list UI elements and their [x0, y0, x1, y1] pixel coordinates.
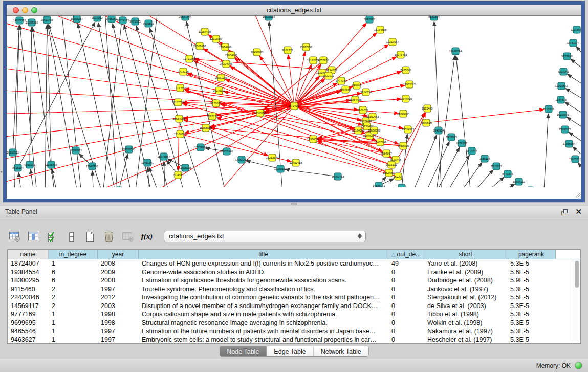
table-row[interactable]: 946362711997Embryonic stem cells: a mode… — [8, 336, 573, 344]
table-cell[interactable]: 18724007 — [8, 259, 49, 268]
table-cell[interactable]: 49 — [388, 259, 424, 268]
table-cell[interactable]: de Silva et al. (2003) — [424, 302, 507, 311]
table-cell[interactable]: 0 — [388, 285, 424, 294]
table-cell[interactable]: 0 — [388, 336, 424, 344]
table-cell[interactable]: 5.3E-5 — [507, 302, 556, 311]
table-cell[interactable]: Stergiakouli et al. (2012) — [424, 293, 507, 302]
table-row[interactable]: 969969511998Structural magnetic resonanc… — [8, 319, 573, 327]
table-cell[interactable]: Wolkin et al. (1998) — [424, 319, 507, 327]
network-window-titlebar[interactable]: citations_edges.txt — [7, 5, 581, 16]
panel-collapse-arrow-icon[interactable]: ◂ — [0, 169, 2, 174]
table-cell[interactable]: Investigating the contribution of common… — [139, 293, 388, 302]
table-cell[interactable]: 1 — [49, 336, 98, 344]
table-cell[interactable]: 1 — [49, 310, 98, 319]
citation-network-graph[interactable]: 1403557321205316206914061065328715270029… — [7, 16, 581, 187]
select-all-button[interactable] — [46, 230, 58, 243]
table-cell[interactable]: 1 — [49, 319, 98, 327]
table-cell[interactable]: 6 — [49, 276, 98, 285]
tab-node-table[interactable]: Node Table — [220, 346, 267, 356]
table-cell[interactable]: 5.3E-5 — [507, 336, 556, 344]
table-cell[interactable]: Structural magnetic resonance image aver… — [139, 319, 388, 327]
table-cell[interactable]: 5.9E-5 — [507, 276, 556, 285]
delete-columns-button[interactable] — [103, 230, 115, 243]
table-cell[interactable]: Estimation of significance thresholds fo… — [139, 276, 388, 285]
table-panel-titlebar[interactable]: Table Panel ✕ — [0, 206, 588, 218]
show-columns-button[interactable] — [27, 230, 39, 243]
function-builder-button[interactable]: f(x) — [141, 230, 153, 243]
table-cell[interactable]: Tibbo et al. (1998) — [424, 310, 507, 319]
table-row[interactable]: 946554611997Estimation of the future num… — [8, 327, 573, 336]
window-minimize-button[interactable] — [22, 7, 28, 13]
table-cell[interactable]: 1 — [49, 327, 98, 336]
delete-table-button[interactable] — [122, 230, 134, 243]
table-cell[interactable]: 0 — [388, 293, 424, 302]
tab-network-table[interactable]: Network Table — [314, 346, 368, 356]
table-cell[interactable]: 9777169 — [8, 310, 49, 319]
table-cell[interactable]: 2008 — [98, 276, 139, 285]
table-cell[interactable]: Franke et al. (2009) — [424, 268, 507, 277]
table-cell[interactable]: 6 — [49, 268, 98, 277]
table-cell[interactable]: 5.5E-5 — [507, 293, 556, 302]
table-cell[interactable]: 5.6E-5 — [507, 268, 556, 277]
scrollbar-thumb[interactable] — [575, 261, 579, 288]
table-cell[interactable]: Estimation of the future numbers of pati… — [139, 327, 388, 336]
table-row[interactable]: 1456911722003Disruption of a novel membe… — [8, 302, 573, 311]
table-cell[interactable]: 0 — [388, 302, 424, 311]
table-cell[interactable]: 2012 — [98, 293, 139, 302]
table-cell[interactable]: 5.3E-5 — [507, 327, 556, 336]
table-cell[interactable]: 5.3E-5 — [507, 259, 556, 268]
table-cell[interactable]: Embryonic stem cells: a model to study s… — [139, 336, 388, 344]
table-cell[interactable]: 1998 — [98, 319, 139, 327]
column-header-indegree[interactable]: in_degree — [49, 250, 98, 259]
column-header-year[interactable]: year — [98, 250, 139, 259]
table-cell[interactable]: Hescheler et al. (1997) — [424, 336, 507, 344]
table-cell[interactable]: 9115460 — [8, 285, 49, 294]
table-cell[interactable]: 2 — [49, 285, 98, 294]
table-cell[interactable]: 2009 — [98, 268, 139, 277]
table-cell[interactable]: Yano et al. (2008) — [424, 259, 507, 268]
window-zoom-button[interactable] — [31, 7, 37, 13]
table-scrollbar[interactable] — [573, 259, 580, 343]
table-cell[interactable]: 0 — [388, 268, 424, 277]
table-cell[interactable]: Disruption of a novel member of a sodium… — [139, 302, 388, 311]
table-row[interactable]: 2242004622012Investigating the contribut… — [8, 293, 573, 302]
tab-edge-table[interactable]: Edge Table — [267, 346, 313, 356]
graph-node[interactable] — [115, 187, 122, 187]
memory-status-indicator[interactable] — [575, 362, 582, 369]
table-cell[interactable]: Nakamura et al. (1997) — [424, 327, 507, 336]
table-mode-button[interactable] — [8, 230, 20, 243]
column-header-title[interactable]: title — [139, 250, 388, 259]
table-row[interactable]: 1938455462009Genome-wide association stu… — [8, 268, 573, 277]
table-cell[interactable]: 1997 — [98, 285, 139, 294]
table-row[interactable]: 1830029562008Estimation of significance … — [8, 276, 573, 285]
table-cell[interactable]: 0 — [388, 276, 424, 285]
table-cell[interactable]: 2003 — [98, 302, 139, 311]
column-header-outde[interactable]: △out_de... — [388, 250, 424, 259]
table-cell[interactable]: 5.3E-5 — [507, 285, 556, 294]
table-cell[interactable]: 19384554 — [8, 268, 49, 277]
table-cell[interactable]: 0 — [388, 319, 424, 327]
table-cell[interactable]: 1998 — [98, 310, 139, 319]
table-cell[interactable]: 9465546 — [8, 327, 49, 336]
table-cell[interactable]: 18300295 — [8, 276, 49, 285]
table-cell[interactable]: 2 — [49, 293, 98, 302]
table-cell[interactable]: 5.3E-5 — [507, 310, 556, 319]
column-header-name[interactable]: name — [8, 250, 49, 259]
window-close-button[interactable] — [13, 7, 19, 13]
network-canvas[interactable]: 1403557321205316206914061065328715270029… — [7, 16, 581, 199]
close-panel-icon[interactable]: ✕ — [575, 207, 582, 216]
table-cell[interactable]: Corpus callosum shape and size in male p… — [139, 310, 388, 319]
table-source-dropdown[interactable]: citations_edges.txt — [164, 231, 366, 242]
table-cell[interactable]: Genome-wide association studies in ADHD. — [139, 268, 388, 277]
table-cell[interactable]: Changes of HCN gene expression and I(f) … — [139, 259, 388, 268]
table-cell[interactable]: 14569117 — [8, 302, 49, 311]
table-row[interactable]: 1872400712008Changes of HCN gene express… — [8, 259, 573, 268]
table-cell[interactable]: 22420046 — [8, 293, 49, 302]
table-cell[interactable]: 1997 — [98, 327, 139, 336]
table-cell[interactable]: 1 — [49, 259, 98, 268]
graph-node[interactable] — [527, 187, 534, 187]
resize-grip-icon[interactable] — [574, 191, 581, 198]
table-cell[interactable]: Jankovic et al. (1997) — [424, 285, 507, 294]
table-row[interactable]: 911546021997Tourette syndrome. Phenomeno… — [8, 285, 573, 294]
float-panel-icon[interactable] — [560, 208, 569, 218]
